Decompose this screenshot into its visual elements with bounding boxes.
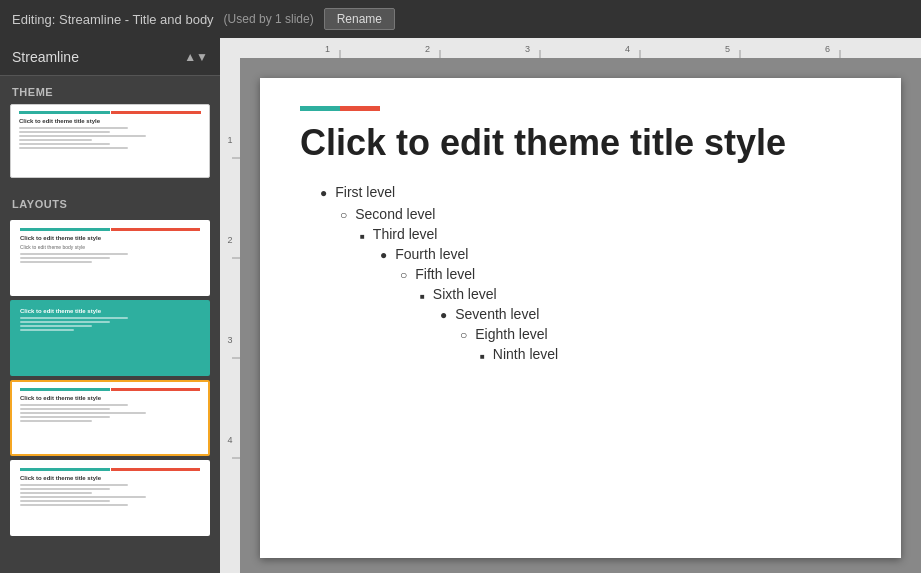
slide-title[interactable]: Click to edit theme title style <box>300 121 861 164</box>
svg-text:4: 4 <box>625 44 630 54</box>
slide[interactable]: Click to edit theme title style ● First … <box>260 78 901 558</box>
layout-thumbnail-1[interactable]: Click to edit theme title style Click to… <box>10 220 210 296</box>
bullet-text-3: Third level <box>373 226 438 242</box>
canvas-area: 1 2 3 4 5 6 1 2 <box>220 38 921 573</box>
chevron-down-icon: ▲▼ <box>184 50 208 64</box>
theme-thumb-lines <box>19 127 201 149</box>
list-item: ● Seventh level <box>440 306 901 322</box>
ruler-left: 1 2 3 4 <box>220 58 240 573</box>
bullet-symbol-1: ● <box>320 186 327 200</box>
svg-text:3: 3 <box>525 44 530 54</box>
theme-thumb-inner: Click to edit theme title style <box>11 105 209 177</box>
layouts-section-label: LAYOUTS <box>0 188 220 216</box>
bullet-symbol-2: ○ <box>340 208 347 222</box>
list-item: ● Fourth level <box>380 246 901 262</box>
layout-1-subtitle: Click to edit theme body style <box>20 244 200 250</box>
layout-3-color-bar <box>20 388 200 391</box>
bullet-text-4: Fourth level <box>395 246 468 262</box>
sidebar-header[interactable]: Streamline ▲▼ <box>0 38 220 76</box>
svg-text:1: 1 <box>227 135 232 145</box>
svg-text:2: 2 <box>227 235 232 245</box>
used-label: (Used by 1 slide) <box>224 12 314 26</box>
bullet-text-7: Seventh level <box>455 306 539 322</box>
list-item: ● First level <box>320 184 901 200</box>
list-item: ○ Fifth level <box>400 266 901 282</box>
bullet-list: ● First level ○ Second level <box>320 184 901 362</box>
theme-color-bar <box>19 111 201 114</box>
ruler-left-svg: 1 2 3 4 <box>220 58 240 573</box>
layout-1-title: Click to edit theme title style <box>20 235 200 241</box>
rename-button[interactable]: Rename <box>324 8 395 30</box>
bullet-symbol-6: ■ <box>420 292 425 301</box>
layout-2-lines <box>20 317 200 331</box>
ruler-top: 1 2 3 4 5 6 <box>220 38 921 58</box>
slide-color-orange <box>340 106 380 111</box>
slide-color-teal <box>300 106 340 111</box>
theme-thumb-title: Click to edit theme title style <box>19 118 201 124</box>
bullet-text-6: Sixth level <box>433 286 497 302</box>
slide-content: ● First level ○ Second level <box>300 184 901 362</box>
bullet-text-2: Second level <box>355 206 435 222</box>
layout-3-lines <box>20 404 200 422</box>
svg-text:4: 4 <box>227 435 232 445</box>
canvas-scroll: 1 2 3 4 <box>220 58 921 573</box>
layout-thumbnail-2[interactable]: Click to edit theme title style <box>10 300 210 376</box>
svg-text:3: 3 <box>227 335 232 345</box>
bullet-symbol-3: ■ <box>360 232 365 241</box>
list-item: ■ Sixth level <box>420 286 901 302</box>
layout-4-color-bar <box>20 468 200 471</box>
layout-2-title: Click to edit theme title style <box>20 308 200 314</box>
list-item: ○ Second level <box>340 206 901 222</box>
bullet-text-9: Ninth level <box>493 346 558 362</box>
slide-color-bar <box>300 106 380 111</box>
sidebar-dropdown-label: Streamline <box>12 49 178 65</box>
list-item: ■ Third level <box>360 226 901 242</box>
bullet-text-8: Eighth level <box>475 326 547 342</box>
sidebar: Streamline ▲▼ THEME Click to edit theme … <box>0 38 220 573</box>
bullet-text-1: First level <box>335 184 395 200</box>
svg-text:2: 2 <box>425 44 430 54</box>
bullet-symbol-8: ○ <box>460 328 467 342</box>
layout-1-color-bar <box>20 228 200 231</box>
editing-label: Editing: Streamline - Title and body <box>12 12 214 27</box>
bullet-symbol-7: ● <box>440 308 447 322</box>
theme-section-label: THEME <box>0 76 220 104</box>
svg-text:6: 6 <box>825 44 830 54</box>
slide-area: Click to edit theme title style ● First … <box>240 58 921 573</box>
main-layout: Streamline ▲▼ THEME Click to edit theme … <box>0 38 921 573</box>
bullet-symbol-9: ■ <box>480 352 485 361</box>
layout-2-inner: Click to edit theme title style <box>12 302 208 374</box>
top-bar: Editing: Streamline - Title and body (Us… <box>0 0 921 38</box>
ruler-top-svg: 1 2 3 4 5 6 <box>220 38 921 58</box>
list-item: ■ Ninth level <box>480 346 901 362</box>
bullet-symbol-4: ● <box>380 248 387 262</box>
layout-4-lines <box>20 484 200 506</box>
svg-text:1: 1 <box>325 44 330 54</box>
bullet-text-5: Fifth level <box>415 266 475 282</box>
layout-4-inner: Click to edit theme title style <box>12 462 208 534</box>
layout-1-inner: Click to edit theme title style Click to… <box>12 222 208 294</box>
layout-thumbnail-3[interactable]: Click to edit theme title style <box>10 380 210 456</box>
bullet-symbol-5: ○ <box>400 268 407 282</box>
layout-thumbnail-4[interactable]: Click to edit theme title style <box>10 460 210 536</box>
svg-text:5: 5 <box>725 44 730 54</box>
layout-3-title: Click to edit theme title style <box>20 395 200 401</box>
layout-3-inner: Click to edit theme title style <box>12 382 208 454</box>
layout-1-lines <box>20 253 200 263</box>
list-item: ○ Eighth level <box>460 326 901 342</box>
theme-thumbnail[interactable]: Click to edit theme title style <box>10 104 210 178</box>
layout-4-title: Click to edit theme title style <box>20 475 200 481</box>
